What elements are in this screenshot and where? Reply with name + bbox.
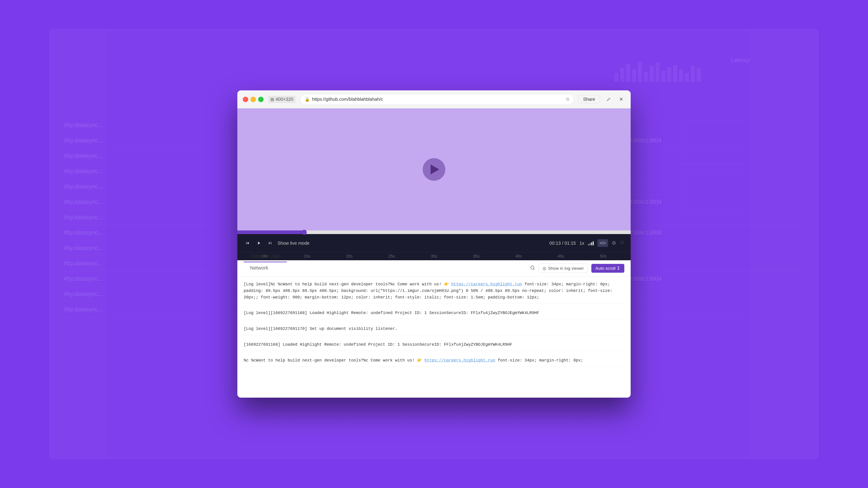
browser-window: ⊞ 400×320 🔒 https://github.com/blahblahb… — [237, 90, 631, 398]
expand-button[interactable]: ⤢ — [604, 95, 613, 103]
fullscreen-button[interactable] — [620, 240, 624, 246]
play-button-large[interactable] — [423, 158, 445, 181]
time-marker: 30s — [413, 254, 455, 259]
log-entry: [Log level]%c %cWant to help build next-… — [244, 281, 624, 303]
progress-bar[interactable] — [237, 230, 631, 234]
show-in-log-viewer-button[interactable]: ◎ Show in log viewer — [539, 264, 588, 273]
skip-forward-button[interactable] — [266, 239, 274, 247]
search-button[interactable] — [530, 265, 535, 271]
size-badge-text: 400×320 — [276, 97, 293, 102]
size-badge: ⊞ 400×320 — [268, 96, 296, 103]
window-close-button[interactable] — [243, 97, 248, 102]
svg-point-0 — [530, 266, 534, 269]
close-button[interactable]: ✕ — [617, 95, 625, 103]
tabs-actions: ◎ Show in log viewer Auto scroll ↧ — [530, 264, 624, 273]
svg-line-1 — [533, 269, 534, 269]
auto-scroll-button[interactable]: Auto scroll ↧ — [591, 264, 624, 273]
signal-bar-1 — [588, 244, 589, 246]
log-link[interactable]: https://careers.highlight.run — [425, 358, 495, 363]
log-link[interactable]: https://careers.highlight.run — [452, 282, 522, 287]
time-marker: 25s — [370, 254, 413, 259]
share-button[interactable]: Share — [579, 95, 600, 103]
skip-back-button[interactable] — [244, 239, 251, 247]
log-entry: [1669227691168] Loaded Highlight Remote:… — [244, 341, 624, 351]
show-in-log-text: Show in log viewer — [548, 266, 584, 271]
console-area: [Log level]%c %cWant to help build next-… — [237, 276, 631, 398]
tab-network[interactable]: Network — [244, 262, 287, 274]
window-maximize-button[interactable] — [258, 97, 264, 102]
signal-icon — [588, 241, 594, 246]
copy-icon: ⧉ — [566, 97, 569, 102]
size-badge-icon: ⊞ — [270, 97, 274, 102]
time-marker: 35s — [455, 254, 498, 259]
time-marker: 20s — [328, 254, 370, 259]
play-triangle-icon — [431, 164, 439, 174]
progress-fill — [237, 230, 304, 234]
signal-bar-4 — [593, 241, 594, 246]
browser-titlebar: ⊞ 400×320 🔒 https://github.com/blahblahb… — [237, 90, 631, 108]
video-area — [237, 108, 631, 230]
time-display: 00:13 / 01:15 — [550, 240, 576, 246]
window-controls — [243, 97, 264, 102]
log-entry: %c %cWant to help build next-gen develop… — [244, 357, 624, 367]
address-bar[interactable]: 🔒 https://github.com/blahblahblahah/c ⧉ — [300, 94, 574, 105]
bg-chart-bars — [614, 48, 773, 82]
code-button[interactable]: </> — [597, 239, 608, 247]
speed-button[interactable]: 1x — [579, 240, 584, 246]
show-in-log-icon: ◎ — [542, 266, 546, 271]
lock-icon: 🔒 — [305, 97, 310, 102]
time-markers-bar: 10s15s20s25s30s35s40s45s50s — [237, 252, 631, 260]
tab-console-logs[interactable]: Console Logs — [244, 250, 287, 262]
show-live-mode-button[interactable]: Show live mode — [278, 240, 309, 246]
log-entry: [Log level][1669227691168] Loaded Highli… — [244, 310, 624, 319]
bg-chart — [614, 48, 773, 93]
play-pause-button[interactable] — [255, 239, 263, 247]
settings-button[interactable]: ⚙ — [612, 240, 616, 246]
time-marker: 15s — [286, 254, 328, 259]
time-marker: 50s — [582, 254, 624, 259]
log-entry: [Log level][1669227691170] Set up docume… — [244, 326, 624, 335]
time-marker: 40s — [498, 254, 540, 259]
time-marker: 45s — [540, 254, 582, 259]
controls-bar: Show live mode 00:13 / 01:15 1x </> ⚙ — [237, 234, 631, 252]
tabs-bar: Console LogsNetworkErrors ◎ Show in log … — [237, 260, 631, 276]
signal-bar-3 — [591, 242, 592, 246]
signal-bar-2 — [590, 243, 591, 246]
url-text: https://github.com/blahblahblahah/c — [312, 97, 564, 102]
progress-thumb[interactable] — [302, 230, 307, 235]
window-minimize-button[interactable] — [250, 97, 256, 102]
